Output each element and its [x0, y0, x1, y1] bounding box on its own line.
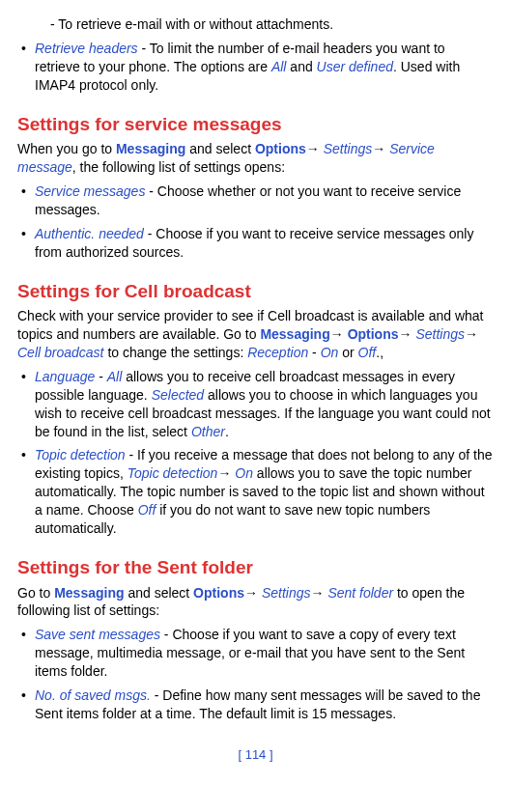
service-messages-intro: When you go to Messaging and select Opti…: [17, 140, 494, 177]
cb-intro-messaging: Messaging: [260, 326, 329, 342]
sent-intro-settings: Settings: [262, 585, 311, 601]
cb-intro-cell-broadcast: Cell broadcast: [17, 345, 104, 360]
arrow-icon: →: [244, 585, 262, 601]
sent-intro-options: Options: [193, 585, 244, 601]
authentic-needed-label: Authentic. needed: [35, 226, 144, 241]
cb-language-other: Other: [191, 424, 225, 439]
cb-intro-off: Off: [358, 345, 377, 360]
svc-intro-t2: and select: [185, 141, 255, 156]
retrieve-headers-item: Retrieve headers - To limit the number o…: [35, 40, 494, 95]
cb-language-item: Language - All allows you to receive cel…: [35, 368, 494, 441]
retrieve-headers-userdef: User defined: [317, 59, 393, 74]
sent-intro-t2: and select: [125, 585, 194, 601]
svc-intro-t1: When you go to: [17, 141, 116, 156]
cb-intro-t4: or: [338, 345, 357, 360]
sent-intro-sent-folder: Sent folder: [327, 585, 393, 601]
svc-intro-messaging: Messaging: [116, 141, 185, 156]
cb-intro-on: On: [321, 345, 339, 360]
retrieve-headers-all: All: [271, 59, 287, 74]
cell-broadcast-heading: Settings for Cell broadcast: [17, 279, 494, 304]
cb-topic-detection-item: Topic detection - If you receive a messa…: [35, 446, 494, 537]
svc-intro-t3: , the following list of settings opens:: [72, 159, 285, 175]
no-saved-msgs-label: No. of saved msgs.: [35, 687, 151, 703]
service-messages-item: Service messages - Choose whether or not…: [35, 182, 494, 219]
arrow-icon: →: [330, 326, 348, 342]
cb-intro-t2: to change the settings:: [104, 345, 248, 360]
cb-intro-reception: Reception: [247, 345, 308, 360]
cb-topic-off: Off: [138, 502, 156, 518]
save-sent-messages-label: Save sent messages: [35, 627, 160, 642]
sent-intro-t1: Go to: [17, 585, 54, 601]
save-sent-messages-item: Save sent messages - Choose if you want …: [35, 626, 494, 681]
authentic-needed-item: Authentic. needed - Choose if you want t…: [35, 225, 494, 262]
cb-intro-settings: Settings: [415, 326, 465, 342]
sent-folder-heading: Settings for the Sent folder: [17, 555, 494, 580]
cb-language-t4: .: [225, 424, 229, 439]
cb-topic-on: On: [235, 465, 253, 481]
cb-language-selected: Selected: [152, 387, 204, 403]
cb-language-all: All: [107, 369, 123, 384]
arrow-icon: →: [399, 326, 416, 342]
page-number: [ 114 ]: [17, 746, 494, 764]
intro-continued: - To retrieve e-mail with or without att…: [50, 15, 494, 34]
service-messages-heading: Settings for service messages: [17, 112, 494, 137]
cb-language-t1: -: [95, 369, 106, 384]
svc-intro-options: Options: [255, 141, 306, 156]
svc-intro-settings: Settings: [324, 141, 373, 156]
arrow-icon: →: [372, 141, 389, 156]
arrow-icon: →: [465, 326, 478, 342]
arrow-icon: →: [217, 465, 235, 481]
sent-folder-intro: Go to Messaging and select Options→ Sett…: [17, 584, 494, 621]
cell-broadcast-intro: Check with your service provider to see …: [17, 307, 494, 362]
retrieve-headers-label: Retrieve headers: [35, 41, 138, 56]
no-saved-msgs-item: No. of saved msgs. - Define how many sen…: [35, 686, 494, 723]
cb-intro-t3: -: [308, 345, 320, 360]
cb-topic-detection-label: Topic detection: [35, 447, 126, 462]
cb-topic-det2: Topic detection: [128, 465, 218, 481]
service-messages-label: Service messages: [35, 183, 145, 199]
cb-intro-t5: .,: [376, 345, 383, 360]
retrieve-headers-text2: and: [286, 59, 316, 74]
cb-intro-options: Options: [348, 326, 399, 342]
arrow-icon: →: [306, 141, 324, 156]
arrow-icon: →: [310, 585, 327, 601]
sent-intro-messaging: Messaging: [54, 585, 124, 601]
cb-language-label: Language: [35, 369, 95, 384]
